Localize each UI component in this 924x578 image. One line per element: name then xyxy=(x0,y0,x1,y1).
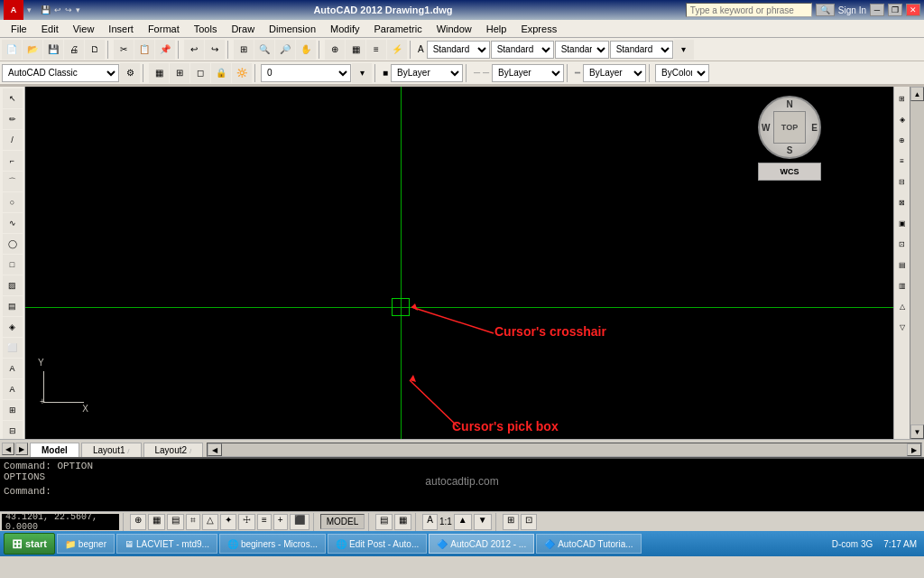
color-dropdown[interactable]: ByLayer xyxy=(391,64,463,82)
ortho-btn[interactable]: ▤ xyxy=(167,514,184,530)
sign-in-link[interactable]: Sign In xyxy=(838,5,866,15)
zoom-extents-btn[interactable]: ⊞ xyxy=(234,40,254,60)
snap-btn[interactable]: ⊕ xyxy=(130,514,146,530)
anno-scale-dropdown[interactable]: Standard xyxy=(610,41,673,59)
text-style-dropdown[interactable]: Standard xyxy=(427,41,490,59)
workspace-switch-btn[interactable]: ⊞ xyxy=(503,514,519,530)
right-tool-2[interactable]: ◈ xyxy=(893,109,910,129)
layer-tools-btn4[interactable]: 🔒 xyxy=(211,63,231,83)
menu-window[interactable]: Window xyxy=(430,22,479,36)
workspace-dropdown[interactable]: AutoCAD Classic xyxy=(2,64,119,82)
menu-edit[interactable]: Edit xyxy=(34,22,66,36)
right-tool-11[interactable]: △ xyxy=(893,296,910,316)
taskbar-item-autocad[interactable]: 🔷 AutoCAD 2012 - ... xyxy=(429,534,534,554)
search-input[interactable] xyxy=(686,3,812,17)
copy-btn[interactable]: 📋 xyxy=(134,40,154,60)
ducs-btn[interactable]: ✦ xyxy=(220,514,236,530)
cut-btn[interactable]: ✂ xyxy=(114,40,134,60)
menu-parametric[interactable]: Parametric xyxy=(366,22,429,36)
compass-top-button[interactable]: TOP xyxy=(773,111,806,144)
scroll-right-button[interactable]: ▶ xyxy=(907,443,921,456)
tab-model[interactable]: Model xyxy=(30,443,79,457)
menu-dimension[interactable]: Dimension xyxy=(262,22,323,36)
polyline-tool[interactable]: ⌐ xyxy=(3,151,23,171)
menu-draw[interactable]: Draw xyxy=(224,22,262,36)
spline-tool[interactable]: ∿ xyxy=(3,213,23,233)
taskbar-item-begner[interactable]: 📁 begner xyxy=(57,534,115,554)
dcom-tray[interactable]: D-com 3G xyxy=(828,539,877,549)
layer-tools-btn1[interactable]: ▦ xyxy=(149,63,169,83)
minimize-button[interactable]: ─ xyxy=(870,4,884,16)
save-btn[interactable]: 💾 xyxy=(43,40,63,60)
drawing-canvas[interactable]: Cursor's crosshair Cursor's pick box N S… xyxy=(25,87,893,439)
tab-next-button[interactable]: ▶ xyxy=(15,443,28,455)
print-btn[interactable]: 🖨 xyxy=(64,40,84,60)
quick-access-icon[interactable]: 💾 xyxy=(41,5,51,14)
arc-tool[interactable]: ⌒ xyxy=(3,172,23,191)
right-tool-12[interactable]: ▽ xyxy=(893,317,910,337)
right-tool-7[interactable]: ▣ xyxy=(893,213,910,233)
right-tool-9[interactable]: ▤ xyxy=(893,255,910,275)
menu-modify[interactable]: Modify xyxy=(323,22,366,36)
3d-orbit-btn[interactable]: ⊕ xyxy=(325,40,345,60)
right-tool-4[interactable]: ≡ xyxy=(893,151,910,171)
grid-btn[interactable]: ▦ xyxy=(148,514,165,530)
layer-name-dropdown[interactable]: 0 xyxy=(261,64,351,82)
ellipse-tool[interactable]: ◯ xyxy=(3,234,23,254)
start-button[interactable]: ⊞ start xyxy=(4,533,55,555)
wipeout-tool[interactable]: ⬜ xyxy=(3,338,23,358)
tab-prev-button[interactable]: ◀ xyxy=(2,443,14,455)
lineweight-dropdown[interactable]: ByLayer xyxy=(583,64,646,82)
scale-down-btn[interactable]: ▼ xyxy=(474,514,492,530)
region-tool[interactable]: ◈ xyxy=(3,317,23,337)
layer-tools-btn2[interactable]: ⊞ xyxy=(170,63,189,83)
viewport-btn2[interactable]: ▦ xyxy=(394,514,411,530)
menu-express[interactable]: Express xyxy=(513,22,564,36)
flyout-btn[interactable]: ▾ xyxy=(674,40,694,60)
menu-tools[interactable]: Tools xyxy=(187,22,225,36)
model-space-button[interactable]: MODEL xyxy=(320,514,365,529)
taskbar-item-lacviet[interactable]: 🖥 LACVIET - mtd9... xyxy=(116,534,217,554)
menu-file[interactable]: File xyxy=(4,22,34,36)
right-tool-8[interactable]: ⊡ xyxy=(893,234,910,254)
menu-insert[interactable]: Insert xyxy=(101,22,141,36)
plot-style-dropdown[interactable]: ByColor xyxy=(655,64,709,82)
command-area[interactable]: Command: OPTION OPTIONS autocadtip.com C… xyxy=(0,457,924,511)
undo-btn[interactable]: ↩ xyxy=(184,40,204,60)
open-btn[interactable]: 📂 xyxy=(23,40,42,60)
workspace-settings-btn[interactable]: ⚙ xyxy=(120,63,140,83)
pointer-tool[interactable]: ↖ xyxy=(3,89,23,108)
text-tool[interactable]: A xyxy=(3,359,23,378)
restore-button[interactable]: ❐ xyxy=(888,4,902,16)
circle-tool[interactable]: ○ xyxy=(3,192,23,212)
tab-layout1[interactable]: Layout1 / xyxy=(81,443,142,457)
freehand-tool[interactable]: ✏ xyxy=(3,109,23,129)
pan-btn[interactable]: ✋ xyxy=(296,40,316,60)
layer-state-btn[interactable]: ▾ xyxy=(352,63,372,83)
mtext-tool[interactable]: A xyxy=(3,379,23,399)
tpu-btn[interactable]: + xyxy=(273,514,288,530)
dyn-btn[interactable]: ☩ xyxy=(238,514,255,530)
line-tool[interactable]: / xyxy=(3,130,23,150)
right-tool-10[interactable]: ▥ xyxy=(893,275,910,295)
otrack-btn[interactable]: △ xyxy=(202,514,218,530)
insert-tool[interactable]: ⊞ xyxy=(3,400,23,420)
scale-up-btn[interactable]: ▲ xyxy=(454,514,472,530)
layer-btn[interactable]: ▦ xyxy=(346,40,365,60)
new-btn[interactable]: 📄 xyxy=(2,40,22,60)
font-dropdown[interactable]: Standard xyxy=(491,41,554,59)
gradient-tool[interactable]: ▤ xyxy=(3,296,23,316)
tab-layout2[interactable]: Layout2 / xyxy=(143,443,204,457)
zoom-prev-btn[interactable]: 🔎 xyxy=(275,40,295,60)
layer-tools-btn3[interactable]: ◻ xyxy=(190,63,210,83)
properties-btn[interactable]: ≡ xyxy=(366,40,386,60)
print-preview-btn[interactable]: 🗋 xyxy=(85,40,105,60)
right-tool-1[interactable]: ⊞ xyxy=(893,89,910,108)
zoom-window-btn[interactable]: 🔍 xyxy=(254,40,274,60)
search-button[interactable]: 🔍 xyxy=(816,4,835,16)
anno-scale-status[interactable]: A xyxy=(422,514,438,530)
horizontal-scrollbar[interactable]: ◀ ▶ xyxy=(207,443,922,457)
hatch-tool[interactable]: ▨ xyxy=(3,275,23,295)
menu-help[interactable]: Help xyxy=(479,22,514,36)
taskbar-item-tutorial[interactable]: 🔷 AutoCAD Tutoria... xyxy=(536,534,641,554)
